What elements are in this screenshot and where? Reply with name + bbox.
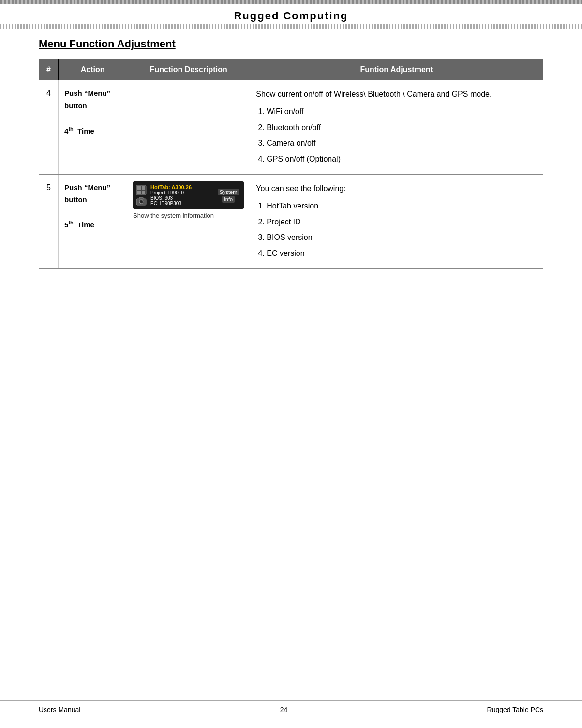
list-item: HotTab version bbox=[267, 199, 537, 213]
row-5-action-text: Push “Menu”button 5th Time bbox=[64, 183, 110, 229]
function-table: # Action Function Description Funtion Ad… bbox=[39, 59, 543, 269]
footer-left: Users Manual bbox=[39, 706, 80, 713]
sys-bios-val: BIOS: 303 bbox=[150, 195, 173, 201]
row-4-sup: th bbox=[68, 126, 73, 132]
sys-text-block: HotTab: A300.26 Project: ID90_0 BIOS: 30… bbox=[150, 184, 214, 206]
sys-bios-row: BIOS: 303 bbox=[150, 195, 214, 201]
row-4-func-desc bbox=[127, 80, 250, 175]
list-item: WiFi on/off bbox=[267, 104, 537, 119]
list-item: EC version bbox=[267, 246, 537, 261]
section-title: Menu Function Adjustment bbox=[39, 38, 543, 50]
col-header-func-desc: Function Description bbox=[127, 59, 250, 80]
row-5-adjustment-intro: You can see the following: bbox=[256, 181, 537, 196]
list-item: GPS on/off (Optional) bbox=[267, 152, 537, 166]
dotted-border-decoration bbox=[0, 24, 582, 29]
col-header-action: Action bbox=[59, 59, 127, 80]
row-5-action: Push “Menu”button 5th Time bbox=[59, 174, 127, 268]
svg-rect-1 bbox=[137, 186, 141, 190]
system-info-graphic: HotTab: A300.26 Project: ID90_0 BIOS: 30… bbox=[133, 181, 244, 209]
sys-project-row: Project: ID90_0 bbox=[150, 190, 214, 195]
row-4-adjustment-list: WiFi on/off Bluetooth on/off Camera on/o… bbox=[267, 104, 537, 166]
table-row: 5 Push “Menu”button 5th Time bbox=[39, 174, 543, 268]
sys-label-info: Info bbox=[222, 196, 235, 203]
page-footer: Users Manual 24 Rugged Table PCs bbox=[0, 700, 582, 713]
main-content: Menu Function Adjustment # Action Functi… bbox=[0, 33, 582, 298]
camera-icon bbox=[136, 197, 147, 206]
row-4-num: 4 bbox=[39, 80, 59, 175]
page-title: Rugged Computing bbox=[0, 4, 582, 24]
row-5-num: 5 bbox=[39, 174, 59, 268]
row-5-adjustment: You can see the following: HotTab versio… bbox=[250, 174, 543, 268]
svg-rect-4 bbox=[142, 191, 145, 194]
svg-rect-8 bbox=[139, 197, 143, 199]
table-header-row: # Action Function Description Funtion Ad… bbox=[39, 59, 543, 80]
row-4-adjustment: Show current on/off of Wireless\ Bluetoo… bbox=[250, 80, 543, 175]
top-border bbox=[0, 0, 582, 4]
svg-rect-2 bbox=[142, 186, 145, 190]
func-desc-caption: Show the system information bbox=[133, 212, 244, 219]
row-5-sup: th bbox=[68, 220, 73, 225]
sys-label-system: System bbox=[218, 189, 239, 195]
sys-bottom-labels: System Info bbox=[218, 189, 239, 203]
table-row: 4 Push “Menu”button 4th Time Show curren… bbox=[39, 80, 543, 175]
sys-project-val: Project: ID90_0 bbox=[150, 190, 184, 195]
row-4-action-text: Push “Menu”button 4th Time bbox=[64, 89, 110, 135]
col-header-num: # bbox=[39, 59, 59, 80]
menu-grid-icon bbox=[136, 185, 147, 195]
sys-ec-row: EC: ID90P303 bbox=[150, 201, 214, 206]
list-item: Project ID bbox=[267, 215, 537, 229]
row-5-func-desc: HotTab: A300.26 Project: ID90_0 BIOS: 30… bbox=[127, 174, 250, 268]
svg-point-7 bbox=[140, 201, 142, 203]
footer-center: 24 bbox=[80, 706, 487, 713]
col-header-adjustment: Funtion Adjustment bbox=[250, 59, 543, 80]
row-4-action: Push “Menu”button 4th Time bbox=[59, 80, 127, 175]
list-item: BIOS version bbox=[267, 230, 537, 245]
sys-ec-val: EC: ID90P303 bbox=[150, 201, 181, 206]
footer-right: Rugged Table PCs bbox=[487, 706, 543, 713]
list-item: Bluetooth on/off bbox=[267, 120, 537, 135]
svg-rect-3 bbox=[137, 191, 141, 194]
row-4-adjustment-intro: Show current on/off of Wireless\ Bluetoo… bbox=[256, 87, 537, 102]
list-item: Camera on/off bbox=[267, 136, 537, 150]
sys-left-icons bbox=[136, 185, 147, 206]
sys-title: HotTab: A300.26 bbox=[150, 184, 214, 190]
row-5-adjustment-list: HotTab version Project ID BIOS version E… bbox=[267, 199, 537, 261]
